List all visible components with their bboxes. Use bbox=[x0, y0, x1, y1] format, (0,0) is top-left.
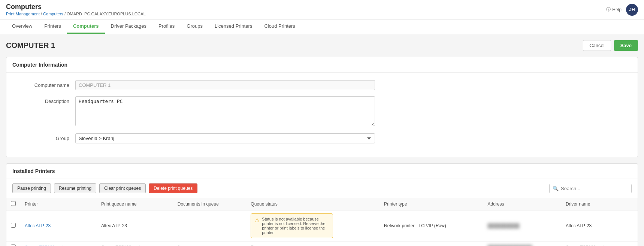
page-title: COMPUTER 1 bbox=[6, 41, 55, 50]
row2-address: ██████████████ bbox=[483, 242, 561, 246]
description-label: Description bbox=[15, 96, 75, 104]
row1-printer-type: Network printer - TCP/IP (Raw) bbox=[380, 210, 483, 242]
tab-licensed-printers[interactable]: Licensed Printers bbox=[209, 19, 258, 34]
tab-driver-packages[interactable]: Driver Packages bbox=[105, 19, 152, 34]
row1-queue-status: ⚠ Status is not available because printe… bbox=[246, 210, 380, 242]
table-header-row: Printer Print queue name Documents in qu… bbox=[6, 198, 638, 210]
row1-printer: Altec ATP-23 bbox=[20, 210, 97, 242]
col-printer-type: Printer type bbox=[380, 198, 483, 210]
row2-queue-name: Canon TS5100 series bbox=[97, 242, 173, 246]
nav-tabs: Overview Printers Computers Driver Packa… bbox=[0, 19, 644, 34]
resume-printing-button[interactable]: Resume printing bbox=[54, 183, 96, 193]
page-header: COMPUTER 1 Cancel Save bbox=[6, 40, 638, 51]
breadcrumb-print-management[interactable]: Print Management bbox=[6, 12, 40, 16]
computer-info-body: Computer name Description Headquarters P… bbox=[6, 73, 638, 157]
row1-address-value: ██████████ bbox=[487, 223, 519, 228]
group-label: Group bbox=[15, 133, 75, 141]
tab-cloud-printers[interactable]: Cloud Printers bbox=[258, 19, 301, 34]
col-driver-name: Driver name bbox=[561, 198, 638, 210]
row2-driver-name: Canon TS5100 series bbox=[561, 242, 638, 246]
computer-name-input[interactable] bbox=[75, 80, 375, 90]
row2-docs-in-queue: 0 bbox=[173, 242, 246, 246]
select-all-checkbox[interactable] bbox=[11, 201, 16, 206]
computer-name-wrap bbox=[75, 80, 375, 90]
toolbar-left: Pause printing Resume printing Clear pri… bbox=[12, 183, 197, 193]
printers-table-wrap: Printer Print queue name Documents in qu… bbox=[6, 198, 638, 246]
search-icon: 🔍 bbox=[553, 186, 559, 191]
computer-name-row: Computer name bbox=[15, 80, 629, 90]
help-label: Help bbox=[612, 7, 622, 12]
warning-triangle-icon: ⚠ bbox=[255, 217, 260, 223]
top-bar-left: Computers Print Management / Computers /… bbox=[6, 3, 146, 16]
breadcrumb: Print Management / Computers / OMARD_PC.… bbox=[6, 12, 146, 16]
group-wrap: Slovenia > Kranj bbox=[75, 133, 375, 143]
col-print-queue-name: Print queue name bbox=[97, 198, 173, 210]
tab-computers[interactable]: Computers bbox=[67, 19, 105, 34]
breadcrumb-computers[interactable]: Computers bbox=[43, 12, 63, 16]
save-button[interactable]: Save bbox=[614, 40, 638, 51]
warning-text: Status is not available because printer … bbox=[262, 217, 329, 235]
top-bar: Computers Print Management / Computers /… bbox=[0, 0, 644, 19]
row2-printer: Canon TS5100 series bbox=[20, 242, 97, 246]
printers-table: Printer Print queue name Documents in qu… bbox=[6, 198, 638, 246]
help-link[interactable]: ⓘ Help bbox=[606, 6, 622, 13]
row2-checkbox-cell bbox=[6, 242, 20, 246]
header-select-all bbox=[6, 198, 20, 210]
computer-info-header: Computer Information bbox=[6, 57, 638, 73]
group-select[interactable]: Slovenia > Kranj bbox=[75, 133, 375, 143]
computer-information-card: Computer Information Computer name Descr… bbox=[6, 57, 638, 157]
installed-printers-header: Installed Printers bbox=[6, 164, 638, 179]
row1-queue-name: Altec ATP-23 bbox=[97, 210, 173, 242]
tab-overview[interactable]: Overview bbox=[6, 19, 38, 34]
top-bar-right: ⓘ Help JH bbox=[606, 4, 638, 16]
col-queue-status: Queue status bbox=[246, 198, 380, 210]
avatar[interactable]: JH bbox=[626, 4, 638, 16]
tab-profiles[interactable]: Profiles bbox=[152, 19, 181, 34]
pause-printing-button[interactable]: Pause printing bbox=[12, 183, 51, 193]
row2-checkbox[interactable] bbox=[11, 245, 16, 246]
warning-box: ⚠ Status is not available because printe… bbox=[251, 213, 333, 238]
description-wrap: Headquarters PC bbox=[75, 96, 375, 127]
printers-toolbar: Pause printing Resume printing Clear pri… bbox=[6, 179, 638, 198]
row1-checkbox[interactable] bbox=[11, 223, 16, 228]
row2-queue-status: Ready bbox=[246, 242, 380, 246]
description-textarea[interactable]: Headquarters PC bbox=[75, 96, 375, 126]
group-row: Group Slovenia > Kranj bbox=[15, 133, 629, 143]
installed-printers-card: Installed Printers Pause printing Resume… bbox=[6, 163, 638, 246]
search-input[interactable] bbox=[561, 186, 628, 191]
table-row: Canon TS5100 series Canon TS5100 series … bbox=[6, 242, 638, 246]
tab-printers[interactable]: Printers bbox=[38, 19, 67, 34]
col-documents-in-queue: Documents in queue bbox=[173, 198, 246, 210]
cancel-button[interactable]: Cancel bbox=[583, 40, 611, 51]
breadcrumb-current: OMARD_PC.GALAXY.EUROPLUS.LOCAL bbox=[67, 12, 146, 16]
delete-queues-button[interactable]: Delete print queues bbox=[149, 183, 197, 193]
computer-name-label: Computer name bbox=[15, 80, 75, 88]
search-box: 🔍 bbox=[549, 184, 632, 193]
row1-checkbox-cell bbox=[6, 210, 20, 242]
row2-printer-type bbox=[380, 242, 483, 246]
help-circle-icon: ⓘ bbox=[606, 6, 611, 13]
col-printer: Printer bbox=[20, 198, 97, 210]
row1-docs-in-queue bbox=[173, 210, 246, 242]
row1-driver-name: Altec ATP-23 bbox=[561, 210, 638, 242]
table-row: Altec ATP-23 Altec ATP-23 ⚠ Status is no… bbox=[6, 210, 638, 242]
tab-groups[interactable]: Groups bbox=[181, 19, 209, 34]
main-content: COMPUTER 1 Cancel Save Computer Informat… bbox=[0, 34, 644, 246]
header-actions: Cancel Save bbox=[583, 40, 638, 51]
row1-address: ██████████ bbox=[483, 210, 561, 242]
app-title: Computers bbox=[6, 3, 146, 11]
col-address: Address bbox=[483, 198, 561, 210]
row1-printer-link[interactable]: Altec ATP-23 bbox=[25, 223, 51, 228]
clear-queues-button[interactable]: Clear print queues bbox=[99, 183, 146, 193]
description-row: Description Headquarters PC bbox=[15, 96, 629, 127]
